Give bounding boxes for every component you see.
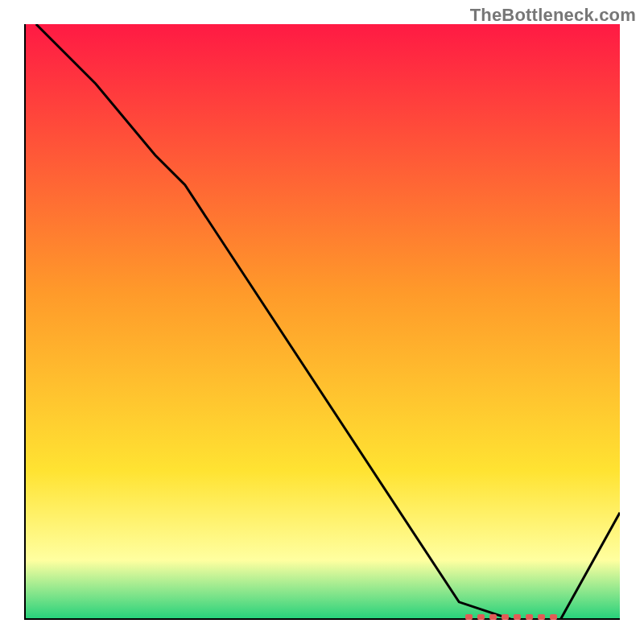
highlight-dash-seg (489, 614, 497, 620)
chart-stage: TheBottleneck.com (0, 0, 644, 644)
highlight-dash-seg (502, 614, 509, 620)
watermark-text: TheBottleneck.com (470, 5, 636, 26)
highlight-dash-seg (514, 614, 521, 620)
highlight-dash-seg (550, 614, 557, 620)
highlight-dash-seg (477, 614, 485, 620)
highlight-dash-seg (526, 614, 533, 620)
axes-frame (24, 24, 620, 620)
highlight-dash-seg (465, 614, 473, 620)
highlight-dash-seg (538, 614, 545, 620)
